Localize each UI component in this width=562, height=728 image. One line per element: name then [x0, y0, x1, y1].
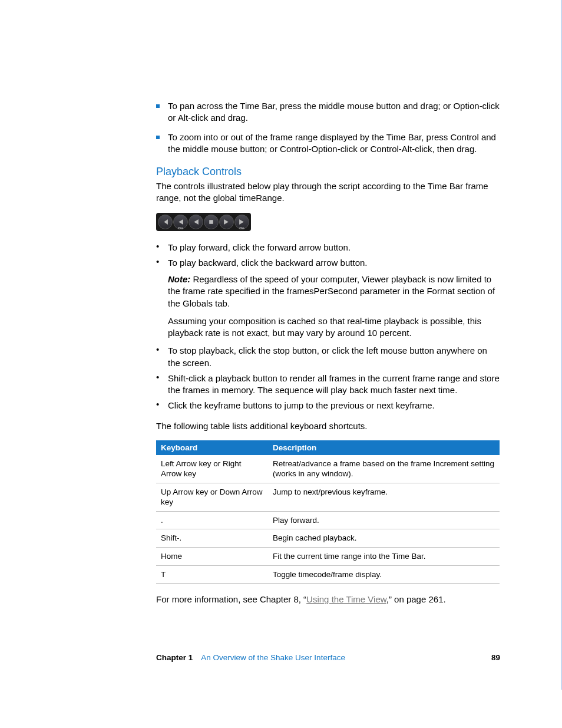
cell-description: Toggle timecode/frame display.	[268, 565, 500, 584]
list-item: • Shift-click a playback button to rende…	[156, 373, 500, 397]
table-header-description: Description	[268, 440, 500, 455]
list-item: • To stop playback, click the stop butto…	[156, 345, 500, 369]
list-item: To zoom into or out of the frame range d…	[156, 131, 500, 156]
cell-description: Play forward.	[268, 511, 500, 529]
table-row: Shift-. Begin cached playback.	[156, 529, 500, 548]
cell-description: Jump to next/previous keyframe.	[268, 483, 500, 511]
dot-bullet-icon: •	[156, 399, 160, 411]
cell-keyboard: Left Arrow key or Right Arrow key	[156, 455, 268, 483]
svg-rect-0	[209, 220, 213, 224]
bullet-text: To pan across the Time Bar, press the mi…	[168, 100, 500, 124]
cell-description: Fit the current time range into the Time…	[268, 548, 500, 566]
on-label: On	[239, 226, 244, 230]
dot-bullet-icon: •	[156, 372, 160, 397]
table-row: . Play forward.	[156, 511, 500, 529]
play-forward-cached-icon: On	[234, 215, 249, 229]
section-heading: Playback Controls	[156, 166, 500, 178]
dot-bullet-icon: •	[156, 256, 160, 269]
play-backward-cached-icon: On	[173, 215, 188, 229]
xref-post: ,” on page 261.	[386, 594, 446, 604]
square-bullet-icon	[156, 104, 160, 108]
list-item: To pan across the Time Bar, press the mi…	[156, 100, 500, 124]
table-row: Home Fit the current time range into the…	[156, 548, 500, 566]
cell-keyboard: .	[156, 511, 268, 529]
bullet-text: Click the keyframe buttons to jump to th…	[168, 400, 435, 411]
cell-description: Retreat/advance a frame based on the fra…	[268, 455, 500, 483]
on-label: On	[178, 226, 183, 230]
note-body: Regardless of the speed of your computer…	[168, 274, 495, 308]
dot-bullet-icon: •	[156, 344, 160, 369]
stop-icon	[204, 215, 219, 229]
bullet-text: To play backward, click the backward arr…	[168, 257, 368, 269]
page-footer: Chapter 1 An Overview of the Shake User …	[156, 653, 500, 662]
instruction-list: • To play forward, click the forward arr…	[156, 242, 500, 412]
list-item: • Click the keyframe buttons to jump to …	[156, 400, 500, 411]
play-backward-icon	[189, 215, 203, 229]
table-row: Up Arrow key or Down Arrow key Jump to n…	[156, 483, 500, 511]
list-item: • To play backward, click the backward a…	[156, 257, 500, 269]
cell-keyboard: Up Arrow key or Down Arrow key	[156, 483, 268, 511]
list-item: • To play forward, click the forward arr…	[156, 242, 500, 253]
xref-link[interactable]: Using the Time View	[306, 594, 386, 604]
footer-page-number: 89	[491, 653, 500, 662]
note-paragraph: Note: Regardless of the speed of your co…	[168, 274, 500, 309]
table-intro: The following table lists additional key…	[156, 420, 500, 432]
top-bullet-list: To pan across the Time Bar, press the mi…	[156, 100, 500, 155]
footer-chapter: Chapter 1	[156, 653, 193, 662]
square-bullet-icon	[156, 136, 160, 139]
xref-pre: For more information, see Chapter 8, “	[156, 594, 306, 604]
table-row: T Toggle timecode/frame display.	[156, 565, 500, 584]
footer-title: An Overview of the Shake User Interface	[201, 653, 345, 662]
assuming-paragraph: Assuming your composition is cached so t…	[168, 315, 500, 340]
table-header-keyboard: Keyboard	[156, 440, 268, 455]
play-forward-icon	[219, 215, 234, 229]
cell-keyboard: T	[156, 565, 268, 584]
cell-keyboard: Home	[156, 548, 268, 566]
bullet-text: To stop playback, click the stop button,…	[168, 345, 500, 369]
cell-description: Begin cached playback.	[268, 529, 500, 548]
dot-bullet-icon: •	[156, 241, 160, 253]
cell-keyboard: Shift-.	[156, 529, 268, 548]
playback-controls-image: On On	[156, 213, 251, 231]
shortcuts-table: Keyboard Description Left Arrow key or R…	[156, 440, 500, 584]
bullet-text: To zoom into or out of the frame range d…	[168, 131, 500, 156]
table-row: Left Arrow key or Right Arrow key Retrea…	[156, 455, 500, 483]
note-label: Note:	[168, 274, 190, 284]
intro-text: The controls illustrated below play thro…	[156, 180, 500, 205]
prev-keyframe-icon	[158, 215, 173, 229]
bullet-text: To play forward, click the forward arrow…	[168, 242, 351, 253]
bullet-text: Shift-click a playback button to render …	[168, 373, 500, 397]
cross-reference: For more information, see Chapter 8, “Us…	[156, 594, 500, 604]
